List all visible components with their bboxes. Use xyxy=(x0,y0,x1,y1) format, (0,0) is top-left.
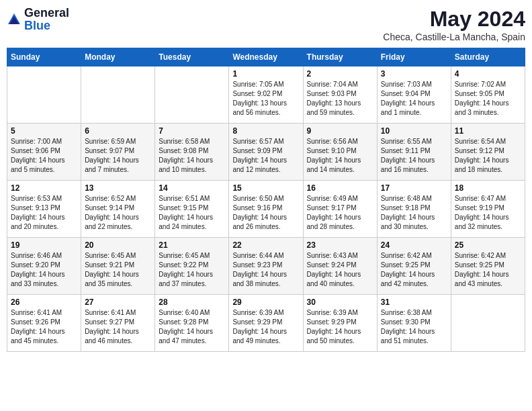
day-cell: 15Sunrise: 6:50 AMSunset: 9:16 PMDayligh… xyxy=(229,181,303,238)
day-cell: 16Sunrise: 6:49 AMSunset: 9:17 PMDayligh… xyxy=(303,181,377,238)
week-row-4: 19Sunrise: 6:46 AMSunset: 9:20 PMDayligh… xyxy=(7,238,525,295)
day-cell: 7Sunrise: 6:58 AMSunset: 9:08 PMDaylight… xyxy=(155,124,229,181)
day-number: 17 xyxy=(381,183,447,193)
logo-text: General Blue xyxy=(24,7,69,32)
day-info: Sunrise: 7:02 AMSunset: 9:05 PMDaylight:… xyxy=(455,80,521,118)
day-number: 4 xyxy=(455,69,521,79)
day-info: Sunrise: 6:41 AMSunset: 9:27 PMDaylight:… xyxy=(85,308,151,346)
day-number: 5 xyxy=(11,126,77,136)
day-cell: 17Sunrise: 6:48 AMSunset: 9:18 PMDayligh… xyxy=(377,181,451,238)
day-number: 27 xyxy=(85,298,151,307)
day-info: Sunrise: 6:48 AMSunset: 9:18 PMDaylight:… xyxy=(381,194,447,232)
weekday-header-thursday: Thursday xyxy=(303,48,377,66)
day-number: 29 xyxy=(232,298,299,307)
day-cell: 24Sunrise: 6:42 AMSunset: 9:25 PMDayligh… xyxy=(377,238,451,295)
month-title: May 2024 xyxy=(383,7,525,32)
day-cell: 30Sunrise: 6:39 AMSunset: 9:29 PMDayligh… xyxy=(303,295,377,352)
day-number: 11 xyxy=(455,126,521,136)
day-cell: 2Sunrise: 7:04 AMSunset: 9:03 PMDaylight… xyxy=(303,66,377,124)
day-info: Sunrise: 6:45 AMSunset: 9:22 PMDaylight:… xyxy=(159,251,225,289)
day-cell xyxy=(81,66,155,124)
week-row-1: 1Sunrise: 7:05 AMSunset: 9:02 PMDaylight… xyxy=(7,66,525,124)
title-area: May 2024 Checa, Castille-La Mancha, Spai… xyxy=(383,7,525,42)
day-info: Sunrise: 6:58 AMSunset: 9:08 PMDaylight:… xyxy=(159,137,225,175)
day-cell: 26Sunrise: 6:41 AMSunset: 9:26 PMDayligh… xyxy=(7,295,81,352)
day-info: Sunrise: 6:39 AMSunset: 9:29 PMDaylight:… xyxy=(307,308,373,346)
day-cell: 21Sunrise: 6:45 AMSunset: 9:22 PMDayligh… xyxy=(155,238,229,295)
day-info: Sunrise: 6:45 AMSunset: 9:21 PMDaylight:… xyxy=(85,251,151,289)
day-cell: 4Sunrise: 7:02 AMSunset: 9:05 PMDaylight… xyxy=(451,66,525,124)
day-cell: 10Sunrise: 6:55 AMSunset: 9:11 PMDayligh… xyxy=(377,124,451,181)
day-number: 19 xyxy=(11,240,77,250)
day-info: Sunrise: 6:49 AMSunset: 9:17 PMDaylight:… xyxy=(307,194,373,232)
calendar: SundayMondayTuesdayWednesdayThursdayFrid… xyxy=(7,48,525,352)
day-number: 25 xyxy=(455,240,521,250)
day-number: 7 xyxy=(159,126,225,136)
day-number: 24 xyxy=(381,240,447,250)
day-info: Sunrise: 6:42 AMSunset: 9:25 PMDaylight:… xyxy=(381,251,447,289)
week-row-3: 12Sunrise: 6:53 AMSunset: 9:13 PMDayligh… xyxy=(7,181,525,238)
logo-general: General xyxy=(24,6,69,19)
day-info: Sunrise: 6:38 AMSunset: 9:30 PMDaylight:… xyxy=(381,308,447,346)
day-cell: 18Sunrise: 6:47 AMSunset: 9:19 PMDayligh… xyxy=(451,181,525,238)
day-info: Sunrise: 6:39 AMSunset: 9:29 PMDaylight:… xyxy=(232,308,299,346)
day-number: 14 xyxy=(159,183,225,193)
day-cell: 22Sunrise: 6:44 AMSunset: 9:23 PMDayligh… xyxy=(229,238,303,295)
day-number: 20 xyxy=(85,240,151,250)
day-info: Sunrise: 7:00 AMSunset: 9:06 PMDaylight:… xyxy=(11,137,77,175)
day-info: Sunrise: 7:05 AMSunset: 9:02 PMDaylight:… xyxy=(232,80,299,118)
day-cell: 1Sunrise: 7:05 AMSunset: 9:02 PMDaylight… xyxy=(229,66,303,124)
day-info: Sunrise: 6:40 AMSunset: 9:28 PMDaylight:… xyxy=(159,308,225,346)
weekday-header-wednesday: Wednesday xyxy=(229,48,303,66)
day-info: Sunrise: 6:42 AMSunset: 9:25 PMDaylight:… xyxy=(455,251,521,289)
day-info: Sunrise: 6:47 AMSunset: 9:19 PMDaylight:… xyxy=(455,194,521,232)
day-info: Sunrise: 6:51 AMSunset: 9:15 PMDaylight:… xyxy=(159,194,225,232)
day-cell: 12Sunrise: 6:53 AMSunset: 9:13 PMDayligh… xyxy=(7,181,81,238)
day-number: 22 xyxy=(232,240,299,250)
day-cell: 6Sunrise: 6:59 AMSunset: 9:07 PMDaylight… xyxy=(81,124,155,181)
weekday-header-monday: Monday xyxy=(81,48,155,66)
day-number: 23 xyxy=(307,240,373,250)
day-number: 13 xyxy=(85,183,151,193)
day-cell xyxy=(451,295,525,352)
day-cell: 11Sunrise: 6:54 AMSunset: 9:12 PMDayligh… xyxy=(451,124,525,181)
weekday-header-friday: Friday xyxy=(377,48,451,66)
weekday-header-row: SundayMondayTuesdayWednesdayThursdayFrid… xyxy=(7,48,525,66)
day-number: 18 xyxy=(455,183,521,193)
day-cell xyxy=(7,66,81,124)
day-cell: 28Sunrise: 6:40 AMSunset: 9:28 PMDayligh… xyxy=(155,295,229,352)
day-cell: 20Sunrise: 6:45 AMSunset: 9:21 PMDayligh… xyxy=(81,238,155,295)
day-cell: 19Sunrise: 6:46 AMSunset: 9:20 PMDayligh… xyxy=(7,238,81,295)
day-number: 2 xyxy=(307,69,373,79)
day-number: 26 xyxy=(11,298,77,307)
weekday-header-sunday: Sunday xyxy=(7,48,81,66)
day-info: Sunrise: 6:52 AMSunset: 9:14 PMDaylight:… xyxy=(85,194,151,232)
day-info: Sunrise: 7:04 AMSunset: 9:03 PMDaylight:… xyxy=(307,80,373,118)
day-number: 6 xyxy=(85,126,151,136)
day-info: Sunrise: 6:55 AMSunset: 9:11 PMDaylight:… xyxy=(381,137,447,175)
week-row-2: 5Sunrise: 7:00 AMSunset: 9:06 PMDaylight… xyxy=(7,124,525,181)
day-info: Sunrise: 6:50 AMSunset: 9:16 PMDaylight:… xyxy=(232,194,299,232)
day-cell: 29Sunrise: 6:39 AMSunset: 9:29 PMDayligh… xyxy=(229,295,303,352)
week-row-5: 26Sunrise: 6:41 AMSunset: 9:26 PMDayligh… xyxy=(7,295,525,352)
header: General Blue May 2024 Checa, Castille-La… xyxy=(7,7,525,42)
day-info: Sunrise: 6:54 AMSunset: 9:12 PMDaylight:… xyxy=(455,137,521,175)
day-info: Sunrise: 6:41 AMSunset: 9:26 PMDaylight:… xyxy=(11,308,77,346)
day-cell: 31Sunrise: 6:38 AMSunset: 9:30 PMDayligh… xyxy=(377,295,451,352)
day-info: Sunrise: 6:53 AMSunset: 9:13 PMDaylight:… xyxy=(11,194,77,232)
day-number: 1 xyxy=(232,69,299,79)
day-cell: 14Sunrise: 6:51 AMSunset: 9:15 PMDayligh… xyxy=(155,181,229,238)
day-info: Sunrise: 6:44 AMSunset: 9:23 PMDaylight:… xyxy=(232,251,299,289)
day-info: Sunrise: 6:43 AMSunset: 9:24 PMDaylight:… xyxy=(307,251,373,289)
day-cell: 25Sunrise: 6:42 AMSunset: 9:25 PMDayligh… xyxy=(451,238,525,295)
weekday-header-tuesday: Tuesday xyxy=(155,48,229,66)
day-number: 15 xyxy=(232,183,299,193)
day-cell: 27Sunrise: 6:41 AMSunset: 9:27 PMDayligh… xyxy=(81,295,155,352)
day-number: 31 xyxy=(381,298,447,307)
logo: General Blue xyxy=(7,7,69,32)
day-number: 12 xyxy=(11,183,77,193)
day-cell: 23Sunrise: 6:43 AMSunset: 9:24 PMDayligh… xyxy=(303,238,377,295)
day-cell: 13Sunrise: 6:52 AMSunset: 9:14 PMDayligh… xyxy=(81,181,155,238)
day-info: Sunrise: 6:56 AMSunset: 9:10 PMDaylight:… xyxy=(307,137,373,175)
day-number: 16 xyxy=(307,183,373,193)
